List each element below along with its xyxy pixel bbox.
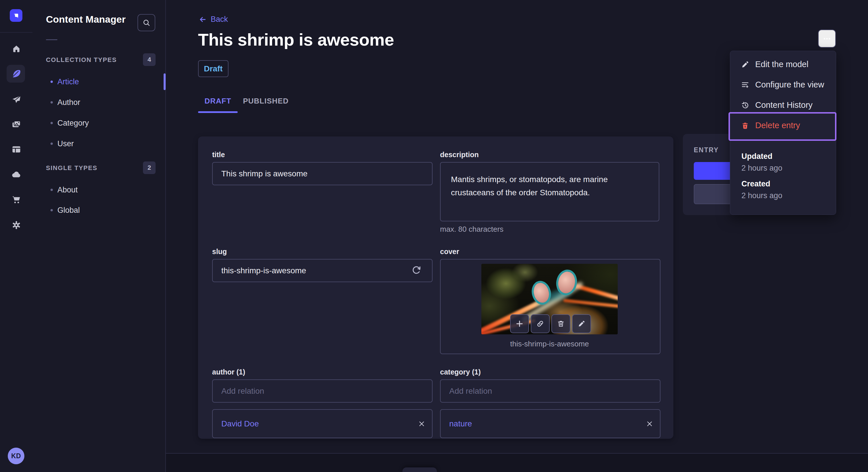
feather-icon	[10, 68, 21, 79]
category-relation-combobox[interactable]: Add relation	[440, 379, 660, 403]
remove-relation-button[interactable]	[417, 420, 426, 428]
category-combobox-placeholder: Add relation	[441, 386, 492, 396]
edit-media-button[interactable]	[572, 314, 591, 333]
menu-item-delete-entry[interactable]: Delete entry	[730, 115, 836, 136]
sidebar-item-article[interactable]: Article	[46, 76, 161, 88]
cloud-icon	[11, 169, 22, 180]
sidebar-item-deploy[interactable]	[7, 165, 26, 183]
menu-item-configure-view[interactable]: Configure the view	[730, 74, 836, 95]
menu-item-content-history[interactable]: Content History	[730, 95, 836, 115]
cover-filename: this-shrimp-is-awesome	[482, 339, 618, 348]
sidebar-item-author[interactable]: Author	[46, 97, 161, 108]
configure-icon	[740, 80, 750, 89]
scrolled-element-peek	[402, 467, 437, 472]
created-label: Created	[741, 179, 770, 189]
description-hint: max. 80 characters	[440, 225, 503, 234]
nav-item-label: User	[57, 139, 74, 148]
slug-input-value[interactable]	[213, 266, 432, 275]
nav-item-label: Global	[57, 206, 80, 215]
sidebar-item-releases[interactable]	[7, 90, 26, 109]
sidebar-item-about[interactable]: About	[46, 184, 161, 196]
title-field-label: title	[212, 150, 225, 159]
tab-draft[interactable]: DRAFT	[198, 92, 238, 110]
author-field-label: author (1)	[212, 368, 245, 376]
trash-icon	[557, 320, 565, 328]
gear-icon	[11, 220, 22, 230]
title-input-value[interactable]	[213, 169, 432, 178]
more-options-button[interactable]	[818, 30, 836, 47]
nav-item-label: Category	[57, 119, 89, 128]
sidebar-item-marketplace[interactable]	[7, 191, 26, 209]
app-window: KD Content Manager COLLECTION TYPES 4 Ar…	[0, 0, 868, 472]
search-button[interactable]	[137, 14, 155, 31]
description-field-label: description	[440, 150, 479, 159]
sidebar-item-settings[interactable]	[7, 216, 26, 234]
author-combobox-placeholder: Add relation	[213, 386, 264, 396]
sidebar-item-content-manager[interactable]	[7, 65, 25, 82]
menu-divider	[730, 140, 836, 141]
nav-item-label: Author	[57, 98, 81, 107]
menu-item-label: Edit the model	[755, 60, 808, 69]
sidebar-item-user[interactable]: User	[46, 138, 161, 149]
single-types-heading: SINGLE TYPES	[46, 164, 97, 172]
close-icon	[646, 420, 654, 428]
regenerate-slug-button[interactable]	[411, 264, 422, 275]
active-tab-underline	[198, 111, 238, 113]
active-item-indicator	[164, 73, 166, 90]
author-relation-item[interactable]: David Doe	[212, 409, 433, 438]
sidebar-item-media-library[interactable]	[7, 115, 26, 134]
menu-item-label: Content History	[755, 100, 813, 110]
link-icon	[536, 319, 545, 328]
updated-value: 2 hours ago	[741, 164, 782, 173]
back-link[interactable]: Back	[198, 15, 228, 24]
pencil-icon	[578, 320, 586, 328]
bullet-icon	[51, 209, 53, 211]
sidebar-item-global[interactable]: Global	[46, 204, 161, 216]
layout-icon	[11, 144, 22, 155]
subnav-background	[32, 0, 166, 472]
remove-relation-button[interactable]	[646, 420, 654, 428]
search-icon	[142, 19, 151, 27]
single-types-count-badge: 2	[143, 162, 156, 174]
collection-types-count-badge: 4	[143, 53, 156, 66]
sidebar-item-category[interactable]: Category	[46, 117, 161, 129]
trash-icon	[740, 122, 750, 130]
description-textarea[interactable]: Mantis shrimps, or stomatopods, are mari…	[440, 162, 659, 222]
paper-plane-icon	[11, 94, 22, 105]
sidebar-item-content-type-builder[interactable]	[7, 140, 26, 159]
strapi-logo[interactable]	[10, 9, 22, 22]
copy-link-button[interactable]	[531, 314, 550, 333]
delete-media-button[interactable]	[551, 314, 570, 333]
subnav-divider	[46, 39, 57, 40]
title-input[interactable]	[212, 162, 433, 185]
images-icon	[11, 119, 22, 130]
created-value: 2 hours ago	[741, 191, 782, 200]
category-relation-item[interactable]: nature	[440, 409, 660, 438]
bullet-icon	[51, 189, 53, 191]
content-bottom-strip	[166, 453, 868, 472]
subnav-title: Content Manager	[46, 14, 126, 25]
add-media-button[interactable]	[510, 314, 529, 333]
tab-published[interactable]: PUBLISHED	[243, 92, 289, 110]
sidebar-item-home[interactable]	[7, 40, 26, 58]
menu-item-label: Configure the view	[755, 80, 824, 90]
bullet-icon	[51, 101, 53, 103]
user-avatar[interactable]: KD	[8, 448, 24, 464]
collection-types-heading: COLLECTION TYPES	[46, 56, 117, 64]
rail-divider	[0, 32, 32, 33]
status-badge: Draft	[198, 60, 228, 77]
strapi-logo-icon	[12, 11, 20, 20]
page-title: This shrimp is awesome	[198, 30, 394, 49]
slug-field-label: slug	[212, 247, 227, 256]
slug-input[interactable]	[212, 259, 433, 282]
entry-panel-title: ENTRY	[694, 146, 719, 154]
pencil-icon	[740, 60, 750, 69]
ellipsis-icon	[823, 34, 831, 43]
home-icon	[11, 43, 22, 54]
relation-name: nature	[441, 419, 472, 429]
author-relation-combobox[interactable]: Add relation	[212, 379, 433, 403]
cover-field-label: cover	[440, 247, 459, 256]
relation-name: David Doe	[213, 419, 259, 429]
menu-item-edit-model[interactable]: Edit the model	[730, 54, 836, 74]
bullet-icon	[51, 80, 53, 83]
